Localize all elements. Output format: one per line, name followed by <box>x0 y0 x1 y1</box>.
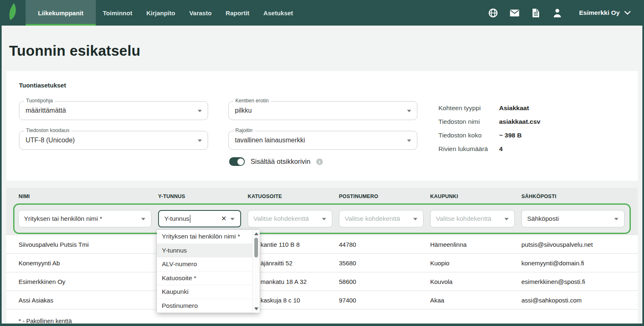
company-menu[interactable]: Esimerkki Oy <box>579 9 631 17</box>
column-header-postinumero: POSTINUMERO <box>339 194 430 199</box>
nav-tab-liikekumppanit[interactable]: Liikekumppanit <box>26 0 96 26</box>
scrollbar-thumb[interactable] <box>254 238 258 257</box>
summary-row-file-size: Tiedoston koko ~ 398 B <box>438 132 540 139</box>
select-value: Sähköposti <box>527 215 559 222</box>
settings-column-left: Tuontipohja määrittämättä Tiedoston kood… <box>19 101 208 166</box>
map-select-kaupunki[interactable]: Valitse kohdekenttä <box>430 210 515 227</box>
dropdown-arrow-icon <box>198 110 202 112</box>
top-navbar: Liikekumppanit Toiminnot Kirjanpito Vara… <box>2 0 642 26</box>
map-combobox-ytunnus[interactable]: Y-tunnus ✕ <box>158 210 241 227</box>
cell-city: Kuopio <box>430 260 521 267</box>
info-icon[interactable]: i <box>316 158 323 165</box>
cell-name: Assi Asiakas <box>19 297 158 304</box>
select-value: Yrityksen tai henkilön nimi * <box>24 215 102 222</box>
company-name: Esimerkki Oy <box>579 9 620 17</box>
dropdown-arrow-icon <box>407 110 411 112</box>
summary-value: 4 <box>499 145 503 153</box>
dropdown-scrollbar[interactable] <box>252 230 260 313</box>
option-label: Postinumero <box>162 302 198 309</box>
globe-icon[interactable] <box>488 8 498 18</box>
toggle-label: Sisältää otsikkorivin <box>251 158 310 165</box>
field-label: Tuontipohja <box>24 98 55 104</box>
cell-email: esimerkkinen@sposti.fi <box>521 278 625 285</box>
dropdown-option[interactable]: Postinumero <box>157 299 252 313</box>
summary-label: Tiedoston koko <box>438 132 499 139</box>
dropdown-option[interactable]: Yrityksen tai henkilön nimi * <box>157 230 252 244</box>
column-header-kaupunki: KAUPUNKI <box>430 194 521 199</box>
field-separator-select[interactable]: Kenttien erotin pilkku <box>228 101 417 120</box>
dropdown-arrow-icon <box>413 218 417 220</box>
nav-tab-label: Varasto <box>189 9 211 17</box>
option-label: Y-tunnus <box>162 247 187 254</box>
field-value: määrittämättä <box>26 107 66 114</box>
dropdown-arrow-icon <box>504 218 509 220</box>
dropdown-options-list: Yrityksen tai henkilön nimi * Y-tunnus A… <box>157 230 252 313</box>
nav-tab-asetukset[interactable]: Asetukset <box>256 0 300 26</box>
column-header-nimi: NIMI <box>19 194 158 199</box>
map-select-katuosoite[interactable]: Valitse kohdekenttä <box>248 210 332 227</box>
cell-postal: 58600 <box>339 278 430 285</box>
app-window: Liikekumppanit Toiminnot Kirjanpito Vara… <box>0 0 644 326</box>
nav-tab-toiminnot[interactable]: Toiminnot <box>96 0 139 26</box>
map-select-sahkoposti[interactable]: Sähköposti <box>521 210 625 227</box>
field-options-dropdown: Yrityksen tai henkilön nimi * Y-tunnus A… <box>157 230 260 313</box>
dropdown-option[interactable]: Kaupunki <box>157 285 252 299</box>
chevron-down-icon <box>624 9 631 17</box>
map-select-nimi[interactable]: Yrityksen tai henkilön nimi * <box>18 210 152 227</box>
user-icon[interactable] <box>553 8 562 18</box>
import-template-select[interactable]: Tuontipohja määrittämättä <box>19 101 208 120</box>
table-row: Konemyynti Ab äjänraitti 52 35680 Kuopio… <box>6 254 638 272</box>
cell-city: Akaa <box>430 297 521 304</box>
option-label: ALV-numero <box>162 260 197 268</box>
dropdown-arrow-icon <box>322 218 326 220</box>
table-row: Siivouspalvelu Putsis Tmi kantie 110 B 8… <box>6 235 638 254</box>
scroll-up-icon[interactable] <box>254 232 258 235</box>
dropdown-arrow-icon <box>230 218 234 220</box>
file-encoding-select[interactable]: Tiedoston koodaus UTF-8 (Unicode) <box>19 131 208 150</box>
summary-row-row-count: Rivien lukumäärä 4 <box>438 145 540 153</box>
dropdown-option-selected[interactable]: Y-tunnus <box>157 244 252 258</box>
mapping-row-highlight: Yrityksen tai henkilön nimi * Y-tunnus ✕ <box>13 203 631 234</box>
nav-tab-label: Toiminnot <box>103 9 132 17</box>
leaf-icon <box>7 2 20 23</box>
cell-postal: 44780 <box>339 241 430 248</box>
nav-tab-kirjanpito[interactable]: Kirjanpito <box>139 0 182 26</box>
dropdown-option[interactable]: ALV-numero <box>157 257 252 272</box>
clear-icon[interactable]: ✕ <box>221 215 227 222</box>
nav-tab-label: Liikekumppanit <box>38 9 83 17</box>
cell-email: assi@sahkoposti.com <box>521 297 625 304</box>
cell-name: Esimerkkinen Oy <box>19 278 158 285</box>
delimiter-select[interactable]: Rajoitin tavallinen lainausmerkki <box>228 131 417 150</box>
document-icon[interactable] <box>531 8 541 18</box>
toggle-knob <box>237 158 244 165</box>
preview-table: NIMI Y-TUNNUS KATUOSOITE POSTINUMERO KAU… <box>6 188 638 325</box>
column-header-sahkoposti: SÄHKÖPOSTI <box>521 194 625 199</box>
header-row-toggle[interactable] <box>229 157 245 166</box>
summary-value: asiakkaat.csv <box>499 118 540 125</box>
dropdown-arrow-icon <box>614 218 618 220</box>
header-row-toggle-group: Sisältää otsikkorivin i <box>228 157 417 166</box>
map-select-postinumero[interactable]: Valitse kohdekenttä <box>339 210 424 227</box>
dropdown-arrow-icon <box>141 218 145 220</box>
table-header-area: NIMI Y-TUNNUS KATUOSOITE POSTINUMERO KAU… <box>6 188 638 235</box>
cell-city: Kouvola <box>430 278 521 285</box>
dropdown-option[interactable]: Katuosoite * <box>157 272 252 286</box>
table-rows: Siivouspalvelu Putsis Tmi kantie 110 B 8… <box>6 235 638 309</box>
required-field-note: * - Pakollinen kenttä <box>6 309 638 324</box>
nav-right-group: Esimerkki Oy <box>488 0 642 26</box>
file-summary: Kohteen tyyppi Asiakkaat Tiedoston nimi … <box>438 101 540 166</box>
table-row: Esimerkkinen Oy mankatu 18 A 32 58600 Ko… <box>6 272 638 291</box>
column-header-ytunnus: Y-TUNNUS <box>158 194 248 199</box>
nav-tab-label: Kirjanpito <box>146 9 175 17</box>
nav-tab-varasto[interactable]: Varasto <box>182 0 218 26</box>
brand-logo[interactable] <box>2 0 26 26</box>
page-title: Tuonnin esikatselu <box>6 41 638 60</box>
cell-street: äjänraitti 52 <box>248 260 339 267</box>
nav-tab-raportit[interactable]: Raportit <box>219 0 257 26</box>
summary-value: Asiakkaat <box>499 104 529 112</box>
cell-name: Siivouspalvelu Putsis Tmi <box>19 241 158 248</box>
dropdown-arrow-icon <box>198 139 202 142</box>
cell-email: putsis@siivouspalvelu.net <box>521 241 625 248</box>
scroll-down-icon[interactable] <box>254 307 258 310</box>
mail-icon[interactable] <box>510 8 519 18</box>
